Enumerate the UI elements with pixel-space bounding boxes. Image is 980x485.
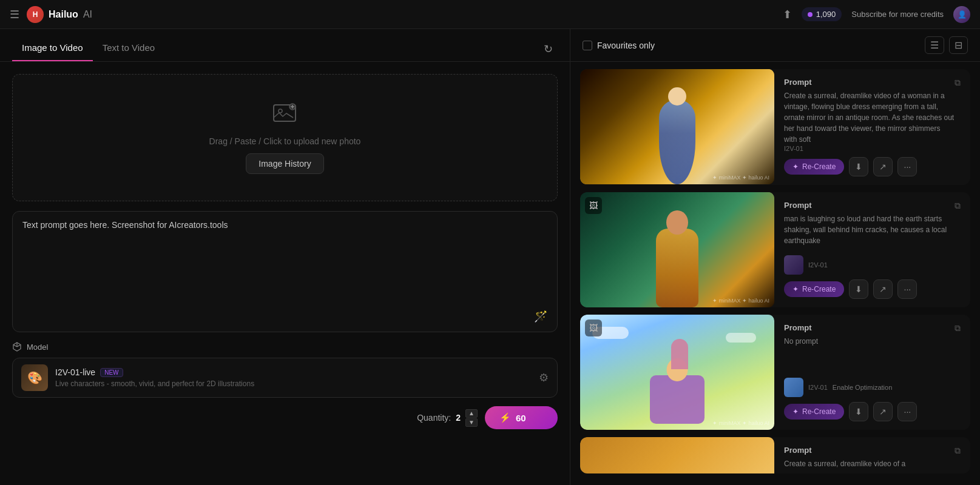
recreate-star-icon: ✦ — [792, 407, 799, 416]
prompt-enhance-icon[interactable]: 🪄 — [534, 310, 547, 323]
view-list-icon: ☰ — [930, 40, 939, 50]
more-button[interactable]: ··· — [897, 279, 917, 299]
favourites-filter[interactable]: Favourites only — [583, 41, 655, 50]
generate-button[interactable]: ⚡ 60 — [485, 406, 558, 429]
quantity-label: Quantity: — [417, 413, 451, 423]
tab-text-to-video[interactable]: Text to Video — [93, 36, 164, 61]
favourites-label: Favourites only — [597, 41, 655, 50]
menu-icon[interactable]: ☰ — [10, 8, 19, 21]
upload-text: Drag / Paste / Click to upload new photo — [209, 136, 361, 146]
list-item: 🖼 ✦ miniMAX ✦ hailuo AI Prompt man is la… — [580, 192, 970, 307]
download-button[interactable]: ⬇ — [849, 279, 868, 299]
download-button[interactable]: ⬇ — [849, 402, 868, 421]
view-list-button[interactable]: ☰ — [925, 36, 944, 54]
model-thumbnail: 🎨 — [21, 364, 48, 391]
prompt-text: man is laughing so loud and hard the ear… — [784, 213, 955, 246]
list-item: Prompt Create a surreal, dreamlike video… — [580, 437, 970, 473]
prompt-block: Prompt Create a surreal, dreamlike video… — [784, 78, 955, 145]
recreate-button[interactable]: ✦ Re-Create — [784, 404, 844, 420]
model-settings-icon[interactable]: ⚙ — [539, 371, 549, 384]
prompt-footer: 🪄 — [22, 310, 547, 323]
watermark-1: ✦ miniMAX ✦ hailuo AI — [712, 175, 769, 181]
main-layout: Image to Video Text to Video ↻ — [0, 29, 980, 485]
model-name: I2V-01-live — [55, 367, 95, 377]
history-thumbnail: 🖼 ✦ miniMAX ✦ hailuo AI — [580, 315, 774, 430]
model-name-row: I2V-01-live NEW — [55, 367, 254, 377]
copy-icon[interactable]: ⧉ — [955, 446, 961, 456]
avatar[interactable]: 👤 — [953, 6, 970, 23]
share-button[interactable]: ↗ — [873, 279, 893, 299]
prompt-label: Prompt — [784, 323, 818, 332]
copy-icon[interactable]: ⧉ — [955, 78, 961, 88]
view-grid-icon: ⊟ — [955, 40, 962, 50]
enable-optimization[interactable]: Enable Optimization — [833, 384, 892, 391]
history-info-bottom: I2V-01 Enable Optimization ✦ Re-Create ⬇… — [784, 378, 961, 421]
tabs: Image to Video Text to Video — [12, 36, 164, 61]
action-row: ✦ Re-Create ⬇ ↗ ··· — [784, 279, 961, 299]
history-info-top: Prompt Create a surreal, dreamlike video… — [784, 78, 961, 145]
watermark-3: ✦ miniMAX ✦ hailuo AI — [712, 420, 769, 426]
favourites-checkbox[interactable] — [583, 41, 592, 50]
view-grid-button[interactable]: ⊟ — [949, 36, 968, 54]
history-info: Prompt man is laughing so loud and hard … — [784, 192, 970, 307]
quantity-up-button[interactable]: ▲ — [465, 409, 478, 418]
subscribe-link[interactable]: Subscribe for more credits — [851, 10, 944, 19]
right-topbar: Favourites only ☰ ⊟ — [570, 29, 980, 62]
tab-image-to-video[interactable]: Image to Video — [12, 36, 93, 61]
history-info-bottom: I2V-01 ✦ Re-Create ⬇ ↗ ··· — [784, 145, 961, 176]
model-tag: I2V-01 — [808, 384, 828, 391]
model-card[interactable]: 🎨 I2V-01-live NEW Live characters - smoo… — [12, 358, 558, 398]
topnav-right: ⬆ 1,090 Subscribe for more credits 👤 — [783, 6, 970, 23]
thumb-overlay-icon: 🖼 — [585, 319, 602, 336]
refresh-button[interactable]: ↻ — [539, 40, 558, 58]
image-history-button[interactable]: Image History — [246, 153, 323, 174]
brand-logo: H Hailuo AI — [27, 6, 92, 23]
share-button[interactable]: ↗ — [873, 157, 893, 176]
watermark-2: ✦ miniMAX ✦ hailuo AI — [712, 298, 769, 304]
avatar-icon: 👤 — [958, 10, 967, 19]
recreate-button[interactable]: ✦ Re-Create — [784, 159, 844, 175]
inline-thumbnail — [784, 378, 803, 397]
prompt-label: Prompt — [784, 78, 955, 87]
history-thumbnail: ✦ miniMAX ✦ hailuo AI — [580, 69, 774, 184]
model-tag-row: I2V-01 Enable Optimization — [784, 378, 961, 397]
prompt-label: Prompt — [784, 446, 905, 455]
view-buttons: ☰ ⊟ — [925, 36, 968, 54]
generate-cost: 60 — [516, 413, 526, 423]
upload-area[interactable]: Drag / Paste / Click to upload new photo… — [12, 74, 558, 201]
copy-icon[interactable]: ⧉ — [955, 323, 961, 333]
recreate-label: Re-Create — [802, 407, 836, 416]
brand-suffix: AI — [83, 9, 92, 20]
history-info-top: Prompt Create a surreal, dreamlike video… — [784, 446, 961, 469]
prompt-text: Create a surreal, dreamlike video of a — [784, 458, 905, 469]
model-tag-row: I2V-01 — [784, 145, 961, 152]
history-thumbnail: 🖼 ✦ miniMAX ✦ hailuo AI — [580, 192, 774, 307]
quantity-value: 2 — [456, 413, 461, 423]
upload-icon — [273, 102, 297, 129]
quantity-control: Quantity: 2 ▲ ▼ — [417, 409, 478, 427]
upload-nav-icon[interactable]: ⬆ — [783, 8, 792, 21]
model-tag: I2V-01 — [808, 261, 828, 269]
history-info-top: Prompt No prompt ⧉ — [784, 323, 961, 347]
prompt-textarea[interactable] — [22, 220, 547, 305]
prompt-text: Create a surreal, dreamlike video of a w… — [784, 90, 955, 145]
model-tag-row: I2V-01 — [784, 255, 961, 275]
list-item: 🖼 ✦ miniMAX ✦ hailuo AI Prompt No prompt… — [580, 315, 970, 430]
recreate-star-icon: ✦ — [792, 285, 799, 293]
more-button[interactable]: ··· — [897, 157, 917, 176]
prompt-text: No prompt — [784, 336, 818, 347]
model-tag: I2V-01 — [784, 145, 803, 152]
prompt-block: Prompt No prompt — [784, 323, 818, 347]
right-panel: Favourites only ☰ ⊟ ✦ miniMAX ✦ h — [570, 29, 980, 485]
prompt-area: 🪄 — [12, 211, 558, 332]
quantity-down-button[interactable]: ▼ — [465, 418, 478, 427]
prompt-block: Prompt man is laughing so loud and hard … — [784, 201, 955, 246]
recreate-button[interactable]: ✦ Re-Create — [784, 281, 844, 297]
download-button[interactable]: ⬇ — [849, 157, 868, 176]
history-info-bottom: I2V-01 ✦ Re-Create ⬇ ↗ ··· — [784, 255, 961, 299]
tabs-bar: Image to Video Text to Video ↻ — [0, 29, 570, 62]
copy-icon[interactable]: ⧉ — [955, 201, 961, 211]
more-button[interactable]: ··· — [897, 402, 917, 421]
share-button[interactable]: ↗ — [873, 402, 893, 421]
credits-amount: 1,090 — [816, 10, 836, 19]
